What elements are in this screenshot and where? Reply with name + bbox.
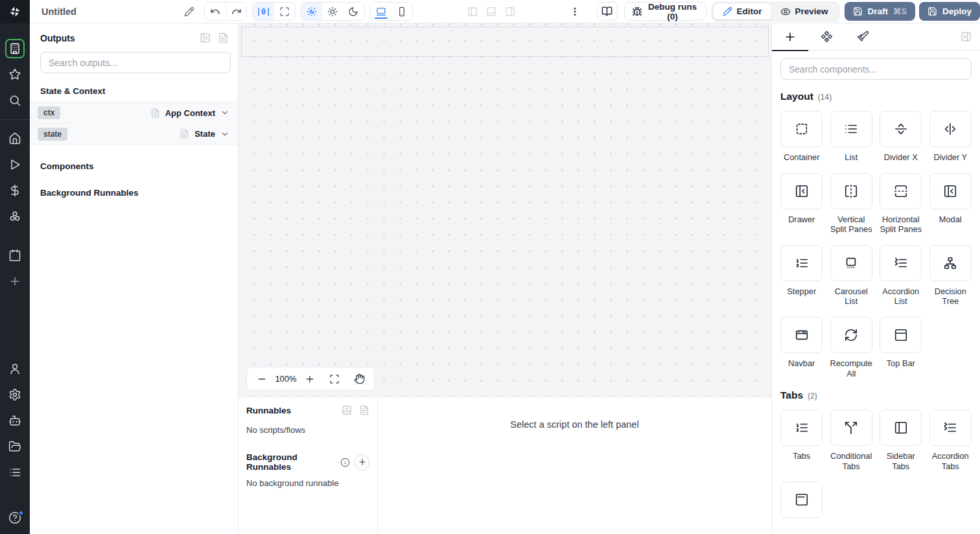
component-card-modal[interactable] (929, 173, 972, 209)
component-card-sidebar-tabs[interactable] (880, 410, 922, 446)
tab-styling[interactable] (845, 23, 881, 51)
rail-item-building[interactable] (0, 38, 30, 60)
component-card-conditional-tabs[interactable] (830, 410, 872, 446)
docs-button[interactable] (597, 2, 618, 21)
desktop-view-button[interactable] (371, 3, 391, 20)
component-card-divider-y[interactable] (929, 111, 972, 147)
component-cell-top-bar: Top Bar (880, 317, 922, 378)
component-card-container[interactable] (780, 111, 822, 147)
chevron-down-icon[interactable] (220, 130, 229, 139)
rail-item-hub[interactable] (0, 205, 30, 227)
redo-button[interactable] (226, 3, 246, 20)
fullscreen-button[interactable] (274, 3, 295, 20)
component-card-divider-x[interactable] (880, 111, 922, 147)
no-scripts-text: No scripts/flows (246, 425, 369, 435)
collapse-outputs-icon[interactable] (200, 32, 211, 43)
canvas-zoom-group: |0| (252, 2, 295, 21)
component-card-drawer[interactable] (780, 173, 822, 209)
component-card-decision-tree[interactable] (929, 245, 972, 281)
pan-button[interactable] (349, 369, 369, 389)
debug-runs-button[interactable]: Debug runs (0) (624, 2, 706, 21)
component-card-top-bar[interactable] (880, 317, 922, 353)
rename-pencil-icon[interactable] (184, 6, 194, 17)
dollar-sign-icon (8, 184, 21, 197)
search-components-input[interactable] (780, 58, 972, 80)
container-icon (795, 122, 809, 136)
output-row-ctx[interactable]: ctxApp Context (30, 102, 238, 123)
theme-light-button[interactable] (322, 3, 343, 20)
toggle-left-panel-icon[interactable] (467, 6, 478, 17)
rail-item-dollar-sign[interactable] (0, 180, 30, 202)
outputs-doc-icon[interactable] (218, 32, 229, 43)
notification-dot (18, 510, 24, 516)
zoom-level: 100% (272, 374, 300, 384)
more-menu-icon[interactable] (570, 6, 580, 17)
component-label: Top Bar (887, 358, 915, 369)
script-hint-text: Select a script on the left panel (378, 419, 771, 430)
panel-toggles (467, 6, 515, 17)
rail-item-calendar[interactable] (0, 244, 30, 266)
component-card-vertical-split[interactable] (830, 173, 872, 209)
components-heading: Components (40, 161, 228, 171)
rail-item-search[interactable] (0, 89, 30, 111)
chevron-down-icon[interactable] (220, 108, 229, 117)
plus-icon (784, 30, 797, 43)
tab-component-settings[interactable] (808, 23, 845, 51)
mobile-view-button[interactable] (391, 3, 412, 20)
theme-auto-button[interactable] (301, 3, 322, 20)
rail-item-settings[interactable] (0, 384, 30, 406)
canvas-drop-placeholder[interactable] (241, 27, 769, 57)
component-card-carousel[interactable] (830, 245, 872, 281)
tab-insert-component[interactable] (772, 23, 808, 51)
component-card-navbar[interactable] (780, 317, 822, 353)
save-icon (853, 6, 863, 16)
rail-item-list-rows[interactable] (0, 461, 30, 483)
component-card-accordion[interactable] (880, 245, 922, 281)
undo-button[interactable] (205, 3, 226, 20)
component-label: Container (784, 152, 820, 163)
rail-item-play[interactable] (0, 154, 30, 176)
zoom-out-button[interactable] (252, 369, 272, 389)
search-outputs-input[interactable] (40, 52, 231, 73)
rail-item-folder-open[interactable] (0, 435, 30, 458)
component-label: Accordion Tabs (929, 451, 972, 471)
zoom-in-button[interactable] (300, 369, 320, 389)
rail-item-home[interactable] (0, 128, 30, 150)
app-canvas[interactable]: 100% (239, 23, 771, 397)
component-card-invisible-tabs[interactable] (780, 482, 822, 518)
rail-item-plus[interactable] (0, 270, 30, 292)
collapse-components-icon[interactable] (961, 31, 972, 42)
component-cell-accordion-tabs: Accordion Tabs (929, 410, 972, 471)
component-card-accordion-tabs[interactable] (929, 410, 972, 446)
toggle-bottom-panel-icon[interactable] (486, 6, 496, 17)
zoom-reset-button[interactable]: |0| (253, 3, 274, 20)
component-label: Vertical Split Panes (830, 215, 873, 235)
draft-button[interactable]: Draft ⌘S (845, 2, 915, 21)
component-card-list-rows[interactable] (830, 111, 872, 147)
rail-item-user[interactable] (0, 358, 30, 380)
toggle-right-panel-icon[interactable] (505, 6, 515, 17)
top-bar-icon (894, 328, 908, 342)
windmill-logo[interactable] (0, 0, 30, 23)
component-card-stepper[interactable] (780, 245, 822, 281)
theme-dark-button[interactable] (343, 3, 364, 20)
component-card-tabs[interactable] (780, 410, 822, 446)
list-rows-icon (8, 466, 21, 479)
undo-redo-group (204, 2, 247, 21)
rail-item-star[interactable] (0, 64, 30, 86)
component-label: Stepper (787, 286, 816, 297)
tab-editor[interactable]: Editor (714, 4, 771, 19)
tab-preview[interactable]: Preview (771, 4, 837, 19)
rail-item-help-circle[interactable] (0, 507, 30, 529)
rail-item-bot[interactable] (0, 410, 30, 432)
add-background-runnable-button[interactable] (355, 454, 369, 470)
component-card-horizontal-split[interactable] (880, 173, 922, 209)
fit-view-button[interactable] (325, 369, 344, 389)
info-icon[interactable] (340, 458, 350, 467)
output-row-state[interactable]: stateState (30, 123, 238, 145)
deploy-button[interactable]: Deploy (919, 2, 980, 21)
collapse-runnables-icon[interactable] (342, 405, 352, 415)
windmill-logo-icon (8, 5, 21, 18)
component-card-recompute-all[interactable] (830, 317, 872, 353)
runnables-doc-icon[interactable] (359, 405, 369, 415)
